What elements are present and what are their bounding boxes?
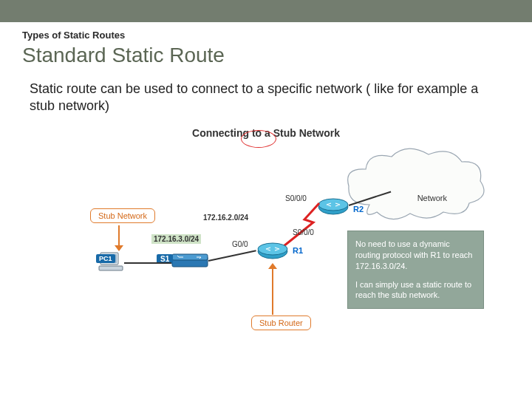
router-icon xyxy=(257,242,288,261)
svg-rect-8 xyxy=(99,266,123,270)
stub-network-callout: Stub Network xyxy=(90,208,155,223)
svg-point-3 xyxy=(258,243,287,255)
header-bar xyxy=(0,0,532,22)
slide-subtitle: Types of Static Routes xyxy=(22,30,510,41)
callout-line-1: No need to use a dynamic routing protoco… xyxy=(355,239,476,272)
r1-label: R1 xyxy=(293,246,303,255)
slide-title: Standard Static Route xyxy=(22,44,510,67)
switch-icon xyxy=(171,253,208,269)
highlight-ellipse xyxy=(241,130,276,148)
stub-network-arrow-head xyxy=(115,245,123,251)
router-r1: R1 G0/0 S0/0/0 xyxy=(257,242,288,264)
r2-label: R2 xyxy=(353,205,364,214)
slide-content: Types of Static Routes Standard Static R… xyxy=(0,22,532,371)
link-pc1-s1 xyxy=(124,262,171,264)
diagram-title-suffix: Stub Network xyxy=(270,127,340,139)
pc1: PC1 xyxy=(98,251,124,276)
pc1-label: PC1 xyxy=(96,254,115,263)
explanation-callout: No need to use a dynamic routing protoco… xyxy=(347,231,484,309)
switch-s1: S1 xyxy=(171,253,208,272)
cloud-label: Network xyxy=(417,194,447,202)
r1-s0-label: S0/0/0 xyxy=(293,228,314,236)
stub-router-arrow xyxy=(272,267,273,315)
stub-router-callout: Stub Router xyxy=(251,316,311,330)
network-diagram: Connecting to a Stub Network Network R2 … xyxy=(30,127,502,364)
network-cloud xyxy=(340,146,488,227)
link-s1-r1 xyxy=(208,250,256,262)
r1-g0-label: G0/0 xyxy=(232,240,248,248)
stub-network-arrow xyxy=(118,225,120,248)
network-label-s1-r1: 172.16.3.0/24 xyxy=(151,234,201,244)
slide-description: Static route can be used to connect to a… xyxy=(30,81,502,114)
stub-router-arrow-head xyxy=(268,263,277,269)
svg-rect-5 xyxy=(172,254,208,260)
callout-line-2: I can simply use a static route to reach… xyxy=(355,279,476,301)
network-label-r1-r2: 172.16.2.0/24 xyxy=(203,214,248,222)
